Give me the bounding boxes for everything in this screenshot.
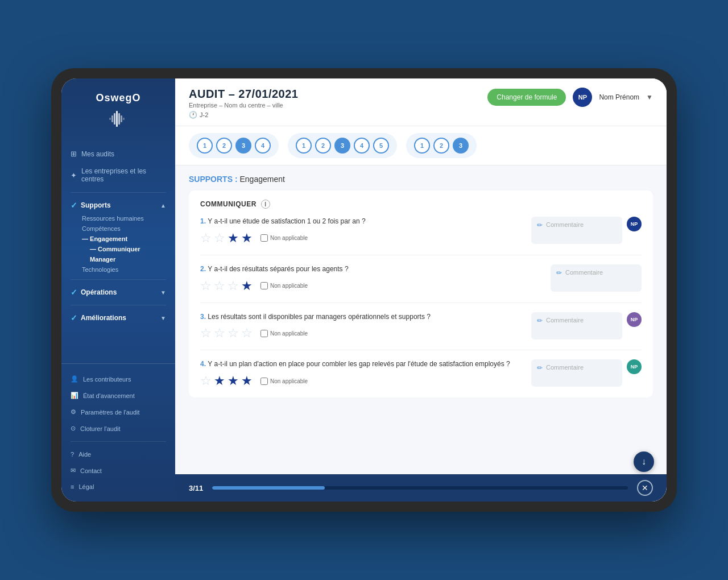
sidebar-section-ameliorations[interactable]: ✓ Améliorations ▼: [61, 310, 175, 326]
sidebar: OswegO ⊞ Mes audits ✦ L: [61, 78, 175, 502]
user-dropdown-icon[interactable]: ▼: [646, 93, 653, 101]
na-checkbox-3[interactable]: Non applicable: [260, 330, 308, 337]
comment-box-1[interactable]: ✏ Commentaire: [531, 217, 622, 244]
chevron-up-icon: ▲: [160, 202, 166, 209]
na-checkbox-1[interactable]: Non applicable: [260, 234, 308, 242]
help-icon: ?: [71, 451, 74, 458]
na-input-4[interactable]: [260, 378, 268, 385]
sidebar-item-aide[interactable]: ? Aide: [61, 446, 175, 462]
star-4-2[interactable]: ★: [214, 374, 225, 388]
date-badge: J-2: [200, 111, 208, 118]
sidebar-item-cloturer[interactable]: ⊙ Cloturer l'audit: [61, 420, 175, 437]
sidebar-item-entreprises[interactable]: ✦ Les entreprises et les centres: [61, 163, 175, 188]
na-checkbox-2[interactable]: Non applicable: [260, 282, 308, 289]
change-formule-button[interactable]: Changer de formule: [487, 89, 566, 106]
star-1-4[interactable]: ★: [241, 231, 253, 246]
stars-row-4: ☆ ★ ★ ★ Non applicable: [200, 374, 522, 388]
step-1-2[interactable]: 2: [216, 138, 232, 154]
step-1-4[interactable]: 4: [255, 138, 271, 154]
star-2-2[interactable]: ☆: [214, 279, 225, 293]
sidebar-sub-engagement[interactable]: — Engagement: [61, 234, 175, 244]
step-2-4[interactable]: 4: [354, 138, 370, 154]
user-name: Nom Prénom: [599, 93, 639, 101]
na-checkbox-4[interactable]: Non applicable: [260, 378, 308, 385]
steps-group-1: 1 2 3 4: [189, 133, 279, 158]
star-4-4[interactable]: ★: [241, 374, 253, 388]
comment-placeholder-3: Commentaire: [546, 317, 584, 324]
scroll-down-button[interactable]: ↓: [634, 451, 654, 472]
sidebar-item-contributeurs[interactable]: 👤 Les contributeurs: [61, 371, 175, 387]
check-icon: ✓: [71, 201, 77, 210]
sidebar-item-parametres[interactable]: ⚙ Paramètres de l'audit: [61, 404, 175, 420]
step-2-2[interactable]: 2: [315, 138, 331, 154]
sidebar-section-supports[interactable]: ✓ Supports ▲: [61, 197, 175, 213]
mail-icon: ✉: [71, 467, 76, 474]
na-input-1[interactable]: [260, 234, 268, 242]
clock-icon: 🕐: [189, 111, 197, 119]
star-1-2[interactable]: ☆: [214, 231, 225, 246]
section-title: SUPPORTS : Engagement: [189, 175, 653, 184]
star-2-4[interactable]: ★: [241, 279, 253, 293]
star-3-4[interactable]: ☆: [241, 326, 253, 341]
tablet-frame: OswegO ⊞ Mes audits ✦ L: [51, 68, 677, 512]
nav-divider-2: [71, 279, 166, 280]
person-icon: 👤: [71, 375, 78, 383]
comment-box-2[interactable]: ✏ Commentaire: [551, 264, 642, 292]
svg-rect-3: [111, 115, 113, 122]
close-progress-button[interactable]: ✕: [637, 480, 653, 496]
sidebar-sub-communiquer[interactable]: — Communiquer: [61, 244, 175, 254]
header-date: 🕐 J-2: [189, 111, 298, 119]
star-1-3[interactable]: ★: [228, 231, 239, 246]
card-header-label: COMMUNIQUER: [200, 200, 257, 208]
na-input-3[interactable]: [260, 330, 268, 337]
page-indicator: 3/11: [189, 484, 203, 492]
question-1-left: 1. Y a-t-il une étude de satisfaction 1 …: [200, 217, 522, 246]
star-3-3[interactable]: ☆: [228, 326, 239, 341]
step-2-1[interactable]: 1: [296, 138, 312, 154]
steps-group-3: 1 2 3: [406, 133, 477, 158]
communiquer-card: COMMUNIQUER i 1. Y a-t-il une étude de s…: [189, 190, 653, 397]
question-3-left: 3. Les résultats sont il disponibles par…: [200, 312, 522, 341]
steps-bar: 1 2 3 4 1 2 3 4 5 1 2 3: [175, 126, 667, 165]
sidebar-sub-technologies[interactable]: Technologies: [61, 264, 175, 275]
sidebar-item-legal[interactable]: ≡ Légal: [61, 479, 175, 495]
grid-icon: ⊞: [71, 150, 77, 158]
main-content: AUDIT – 27/01/2021 Entreprise – Nom du c…: [175, 78, 667, 502]
step-1-1[interactable]: 1: [197, 138, 213, 154]
sidebar-sub-competences[interactable]: Compétences: [61, 223, 175, 234]
sidebar-navigation: ⊞ Mes audits ✦ Les entreprises et les ce…: [61, 140, 175, 363]
audit-subtitle: Entreprise – Nom du centre – ville: [189, 102, 298, 109]
sidebar-sub-manager[interactable]: Manager: [61, 254, 175, 264]
star-3-1[interactable]: ☆: [200, 326, 212, 341]
step-2-3[interactable]: 3: [334, 138, 350, 154]
na-input-2[interactable]: [260, 282, 268, 289]
comment-box-4[interactable]: ✏ Commentaire: [531, 359, 622, 387]
sidebar-item-etat-avancement[interactable]: 📊 État d'avancement: [61, 387, 175, 404]
comment-box-3[interactable]: ✏ Commentaire: [531, 312, 622, 339]
sidebar-item-contact[interactable]: ✉ Contact: [61, 462, 175, 479]
info-icon[interactable]: i: [261, 200, 270, 209]
star-1-1[interactable]: ☆: [200, 231, 212, 246]
step-2-5[interactable]: 5: [373, 138, 389, 154]
star-2-1[interactable]: ☆: [200, 279, 212, 293]
logo-icon: [108, 109, 129, 129]
progress-track: [212, 486, 628, 490]
sidebar-section-operations[interactable]: ✓ Opérations ▼: [61, 284, 175, 300]
edit-icon-4: ✏: [537, 364, 543, 372]
step-3-2[interactable]: 2: [433, 138, 449, 154]
supports-label: Supports: [81, 201, 111, 209]
svg-rect-2: [118, 113, 120, 125]
step-3-3[interactable]: 3: [453, 138, 469, 154]
sidebar-item-mes-audits[interactable]: ⊞ Mes audits: [61, 145, 175, 163]
svg-rect-5: [109, 118, 111, 120]
step-1-3[interactable]: 3: [235, 138, 251, 154]
star-4-1[interactable]: ☆: [200, 374, 212, 388]
star-2-3[interactable]: ☆: [228, 279, 239, 293]
sidebar-sub-ressources[interactable]: Ressources humaines: [61, 213, 175, 223]
star-3-2[interactable]: ☆: [214, 326, 225, 341]
question-2-left: 2. Y a-t-il des résultats séparés pour l…: [200, 264, 541, 293]
step-3-1[interactable]: 1: [414, 138, 430, 154]
tablet-screen: OswegO ⊞ Mes audits ✦ L: [61, 78, 667, 502]
q2-number: 2.: [200, 265, 208, 273]
star-4-3[interactable]: ★: [228, 374, 239, 388]
